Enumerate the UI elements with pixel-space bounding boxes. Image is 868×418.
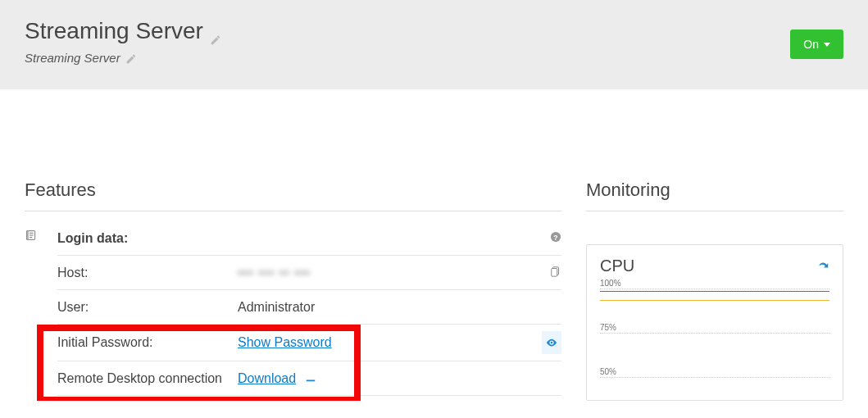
download-icon[interactable]	[305, 371, 316, 385]
cpu-card: CPU 100% 75% 50%	[586, 244, 843, 401]
subtitle-text: Streaming Server	[25, 51, 120, 65]
header-left: Streaming Server Streaming Server	[25, 18, 790, 65]
status-label: On	[803, 38, 819, 51]
copy-icon[interactable]	[550, 266, 561, 279]
caret-down-icon	[824, 43, 830, 47]
page-header: Streaming Server Streaming Server On	[0, 0, 868, 89]
show-password-link[interactable]: Show Password	[238, 335, 332, 349]
copy-host-cell	[537, 266, 561, 280]
rdc-row: Remote Desktop connection Download	[57, 361, 561, 396]
page-title: Streaming Server	[25, 18, 790, 44]
user-row: User: Administrator	[57, 290, 561, 325]
cpu-threshold-100	[600, 291, 829, 292]
user-value: Administrator	[238, 300, 537, 315]
host-label: Host:	[57, 266, 238, 280]
password-row: Initial Password: Show Password	[57, 325, 561, 361]
title-text: Streaming Server	[25, 18, 203, 44]
feature-icon-cell	[25, 221, 57, 396]
content-area: Features Login data: ?	[0, 89, 868, 401]
login-data-header-row: Login data: ?	[57, 221, 561, 256]
download-link[interactable]: Download	[238, 371, 296, 385]
help-icon[interactable]: ?	[550, 231, 561, 245]
help-cell: ?	[537, 231, 561, 246]
tick-50: 50%	[600, 367, 616, 376]
login-data-label: Login data:	[57, 231, 238, 246]
cpu-threshold-warn	[600, 300, 829, 301]
monitoring-column: Monitoring CPU 100% 75%	[586, 179, 843, 401]
host-value: ••• ••• •• •••	[238, 266, 537, 280]
eye-icon[interactable]	[542, 331, 561, 354]
share-icon[interactable]	[818, 259, 829, 274]
password-value-cell: Show Password	[238, 335, 537, 350]
host-row: Host: ••• ••• •• •••	[57, 256, 561, 290]
password-action-cell	[537, 331, 561, 354]
page-subtitle: Streaming Server	[25, 51, 790, 65]
features-heading: Features	[25, 179, 561, 211]
password-label: Initial Password:	[57, 335, 238, 350]
highlighted-rows: Initial Password: Show Password Remote D…	[57, 325, 561, 396]
rdc-value-cell: Download	[238, 371, 537, 386]
svg-text:?: ?	[553, 233, 557, 241]
pencil-icon[interactable]	[210, 25, 221, 37]
status-toggle-button[interactable]: On	[790, 30, 843, 59]
svg-rect-4	[552, 268, 557, 276]
tick-100: 100%	[600, 279, 621, 288]
tick-75: 75%	[600, 323, 616, 332]
cpu-title: CPU	[600, 257, 634, 275]
user-label: User:	[57, 300, 238, 315]
rdc-label: Remote Desktop connection	[57, 371, 238, 386]
svg-point-5	[551, 342, 553, 344]
login-data-block: Login data: ? Host: ••• ••• •• •••	[25, 221, 561, 396]
monitoring-heading: Monitoring	[586, 179, 843, 211]
pencil-icon[interactable]	[125, 53, 135, 63]
clipboard-icon	[25, 231, 38, 245]
cpu-chart: 100% 75% 50%	[600, 284, 829, 392]
features-column: Features Login data: ?	[25, 179, 561, 401]
login-data-table: Login data: ? Host: ••• ••• •• •••	[57, 221, 561, 396]
cpu-card-header: CPU	[600, 257, 829, 275]
